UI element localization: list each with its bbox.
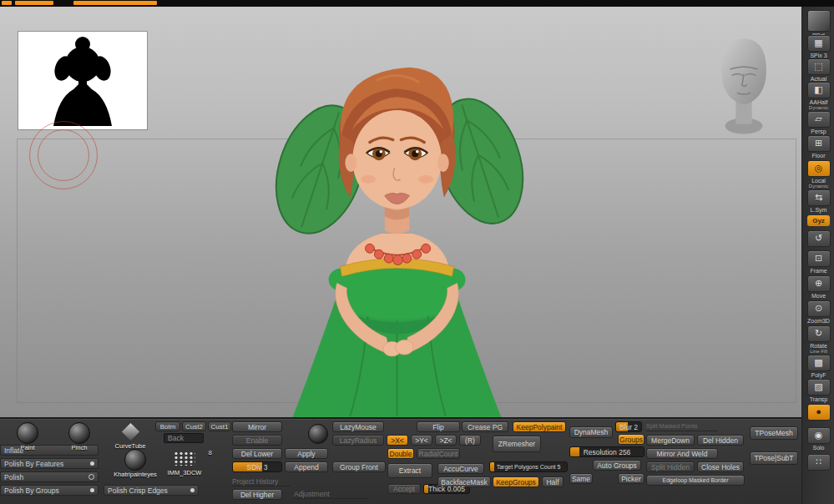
shelf-solo[interactable]: ◉Solo (806, 427, 831, 451)
shelf-aahalf[interactable]: ◧AAHalf (806, 82, 831, 105)
ctrl-split-hidden[interactable]: Split Hidden (646, 461, 695, 472)
ctrl-auto-groups[interactable]: Auto Groups (593, 460, 641, 471)
ghost-icon: ● (807, 404, 831, 421)
ctrl-tposemesh[interactable]: TPoseMesh (750, 426, 798, 440)
shelf-gyz[interactable]: Gyz (807, 215, 830, 226)
ctrl-target-polygons-count-5[interactable]: Target Polygons Count 5 (489, 461, 568, 472)
ctrl-resolution-256[interactable]: Resolution 256 (569, 446, 644, 457)
ctrl-r[interactable]: (R) (459, 435, 481, 446)
ctrl-botm[interactable]: Botm (155, 421, 180, 431)
material-sphere-icon[interactable] (308, 424, 328, 444)
shelf-rotate[interactable]: ↻Rotate (806, 325, 831, 349)
shelf-brush-preview[interactable]: BRdi (806, 10, 831, 38)
shelf-zoom[interactable]: ⊙Zoom3D (806, 300, 831, 324)
alpha-preview-thumbnail[interactable] (18, 32, 147, 129)
ctrl-spilt-masked-points[interactable]: Spilt Masked Points (646, 421, 718, 431)
brush-preview-icon (807, 10, 831, 32)
ctrl-half[interactable]: Half (542, 476, 564, 487)
brush-paint[interactable]: Paint (10, 422, 45, 451)
brush-imm-3dcw[interactable]: IMM_3DCW8 (164, 449, 205, 476)
ctrl-append[interactable]: Append (285, 461, 328, 472)
ctrl-sdiv-3[interactable]: SDiv 3 (232, 461, 282, 472)
ctrl-cust2[interactable]: Cust2 (182, 421, 206, 431)
ctrl-flip[interactable]: Flip (417, 421, 460, 432)
ctrl-y[interactable]: >Y< (411, 435, 432, 446)
ctrl-x[interactable]: >X< (387, 435, 408, 446)
ctrl-lazymouse[interactable]: LazyMouse (332, 421, 384, 432)
ctrl-picker[interactable]: Picker (618, 473, 644, 484)
shelf-persp[interactable]: Dynamic▱Persp (806, 105, 831, 134)
pinch-brush-label: Pinch (62, 444, 97, 451)
row-polish-by-features[interactable]: Polish By Features (0, 458, 99, 469)
shelf-move[interactable]: ⊕Move (806, 275, 831, 299)
brush-curvetube[interactable]: CurveTube (109, 422, 152, 450)
brush-khatripainteyes[interactable]: Khatripainteyes (107, 449, 164, 478)
ctrl-dynamesh[interactable]: DynaMesh (569, 426, 613, 438)
ctrl-enable[interactable]: Enable (232, 435, 282, 446)
ctrl-back[interactable]: Back (164, 433, 204, 443)
persp-label: Persp (806, 129, 831, 134)
curvetube-brush-icon (121, 423, 139, 441)
ctrl-cust1[interactable]: Cust1 (208, 421, 231, 431)
ctrl-del-lower[interactable]: Del Lower (232, 448, 282, 459)
ctrl-edgeloop-masked-border[interactable]: Edgeloop Masked Border (646, 475, 745, 486)
ctrl-apply[interactable]: Apply (285, 448, 328, 459)
sculpt-character[interactable] (245, 45, 558, 422)
shelf-extra[interactable]: ∷ (806, 454, 831, 471)
lsym-sublabel: Dynamic (806, 184, 831, 189)
shelf-frame[interactable]: ⊡Frame (806, 250, 831, 274)
ctrl-del-hidden[interactable]: Del Hidden (697, 435, 744, 446)
ctrl-blur-2[interactable]: Blur 2 (615, 421, 642, 432)
brush-pinch[interactable]: Pinch (62, 422, 97, 451)
ctrl-mirror[interactable]: Mirror (232, 421, 282, 432)
shelf-lsym[interactable]: Dynamic⇆L.Sym (806, 184, 831, 213)
document-canvas[interactable] (0, 7, 801, 417)
row-polish[interactable]: Polish (0, 471, 99, 482)
shelf-floor[interactable]: ⊞Floor (806, 135, 831, 159)
shelf-local[interactable]: ◎Local (806, 160, 831, 184)
row-polish-by-groups-indicator[interactable] (90, 488, 94, 492)
reference-head-sculpt[interactable] (711, 33, 776, 140)
ctrl-del-higher[interactable]: Del Higher (232, 489, 282, 500)
polyf-icon: ▩ (807, 355, 831, 371)
row-polish-by-groups[interactable]: Polish By Groups (0, 485, 99, 496)
ctrl-accept[interactable]: Accept (387, 484, 421, 494)
imm-3dcw-badge: 8 (209, 449, 212, 456)
ctrl-keeppolypaint[interactable]: KeepPolypaint (513, 421, 566, 432)
shelf-polyf[interactable]: Line Fill▩PolyF (806, 349, 831, 378)
rotate-label: Rotate (806, 343, 831, 349)
ctrl-double[interactable]: Double (387, 448, 414, 459)
ctrl-thick-0-005-label: Thick 0.005 (428, 485, 465, 493)
row-polish-by-features-label: Polish By Features (4, 460, 63, 468)
shelf-spix[interactable]: ▦SPix 3 (806, 35, 831, 58)
ctrl-z[interactable]: >Z< (435, 435, 457, 446)
ctrl-crease-pg[interactable]: Crease PG (462, 421, 508, 432)
ctrl-lazyradius[interactable]: LazyRadius (332, 435, 384, 446)
ctrl-adjustment[interactable]: Adjustment (294, 489, 369, 499)
frame-label: Frame (806, 268, 831, 274)
row-polish-by-features-indicator[interactable] (90, 461, 94, 466)
ctrl-mergedown[interactable]: MergeDown (646, 435, 695, 446)
ctrl-accucurve[interactable]: AccuCurve (437, 463, 484, 474)
ctrl-zremesher[interactable]: ZRemesher (493, 436, 541, 452)
row-polish-crisp-edges[interactable]: Polish Crisp Edges (104, 485, 199, 496)
shelf-undo[interactable]: ↺ (806, 230, 831, 247)
ctrl-group-front[interactable]: Group Front (332, 461, 386, 472)
ctrl-thick-0-005[interactable]: Thick 0.005 (423, 484, 470, 494)
spix-icon: ▦ (807, 35, 831, 52)
shelf-transp[interactable]: ▨Transp (806, 379, 831, 402)
ctrl-close-holes[interactable]: Close Holes (697, 461, 744, 472)
khatripainteyes-brush-icon (124, 449, 146, 471)
ctrl-keepgroups[interactable]: KeepGroups (493, 476, 539, 487)
ctrl-project-history[interactable]: Project History (232, 476, 291, 486)
ctrl-mirror-and-weld[interactable]: Mirror And Weld (646, 448, 718, 459)
row-polish-crisp-edges-indicator[interactable] (190, 488, 195, 492)
shelf-ghost[interactable]: ● (806, 404, 831, 421)
ctrl-extract[interactable]: Extract (387, 463, 432, 478)
ctrl-tpose-subt[interactable]: TPose|SubT (750, 451, 798, 465)
ctrl-radialcount[interactable]: RadialCount (417, 448, 460, 459)
row-polish-indicator[interactable] (88, 474, 94, 480)
ctrl-groups[interactable]: Groups (618, 434, 644, 445)
ctrl-same[interactable]: Same (569, 473, 593, 484)
shelf-actual[interactable]: ⬚Actual (806, 58, 831, 82)
